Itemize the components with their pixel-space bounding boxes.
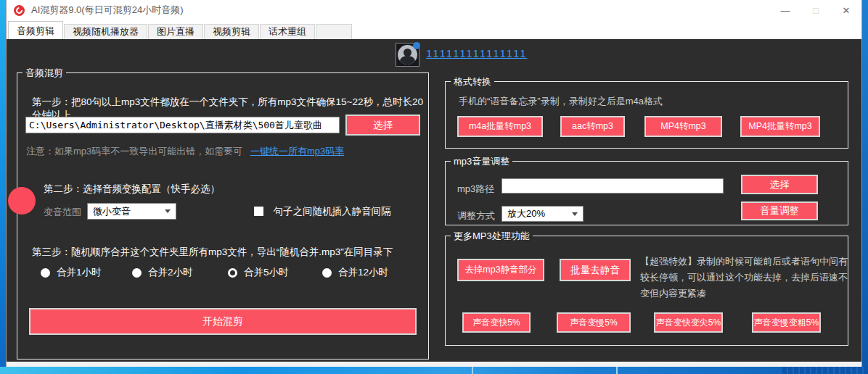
volume-adjust-group-title: mp3音量调整 — [451, 155, 512, 168]
more-mp3-group: 更多MP3处理功能 去掉mp3静音部分 批量去静音 【超强特效】录制的时候可能前… — [445, 236, 848, 346]
format-hint: 手机的“语音备忘录”录制，录制好之后是m4a格式 — [459, 95, 663, 108]
desktop-edge-left — [0, 0, 6, 374]
tab-stub — [316, 24, 352, 39]
account-link[interactable]: 111111111111111 — [426, 47, 528, 59]
tab-image-live[interactable]: 图片直播 — [148, 24, 203, 39]
merge-1h-option[interactable]: 合并1小时 — [41, 266, 102, 279]
merge-2h-option[interactable]: 合并2小时 — [132, 266, 193, 279]
merge-5h-radio[interactable] — [228, 268, 237, 278]
adjust-method-label: 调整方式 — [457, 209, 495, 223]
desktop-window-edge — [472, 367, 473, 374]
mp3-path-input[interactable] — [501, 178, 724, 194]
audio-mix-group: 音频混剪 第一步：把80句以上mp3文件都放在一个文件夹下，所有mp3文件确保1… — [17, 72, 429, 360]
titlebar[interactable]: AI混剪器9.0(每日可混剪24小时音频) — □ ✕ — [7, 0, 861, 20]
adjust-method-select[interactable]: 放大20% — [501, 206, 584, 222]
close-button[interactable]: ✕ — [831, 0, 861, 20]
merge-1h-radio[interactable] — [41, 268, 50, 278]
super-effect-tip: 【超强特效】录制的时候可能前后或者语句中间有较长停顿，可以通过这个功能去掉，去掉… — [640, 254, 848, 302]
tab-script-remix[interactable]: 话术重组 — [260, 24, 315, 39]
content-area: 111111111111111 音频混剪 第一步：把80句以上mp3文件都放在一… — [7, 39, 861, 362]
start-mix-button[interactable]: 开始混剪 — [29, 308, 417, 335]
merge-2h-radio[interactable] — [132, 268, 142, 278]
merge-5h-label: 合并5小时 — [244, 266, 289, 279]
step2-instruction: 第二步：选择音频变换配置（快手必选） — [44, 183, 220, 196]
merge-2h-label: 合并2小时 — [148, 266, 193, 279]
more-mp3-group-title: 更多MP3处理功能 — [451, 230, 533, 243]
window-bottom-border — [7, 362, 861, 367]
mp3-path-label: mp3路径 — [457, 183, 494, 196]
bitrate-note: 注意：如果mp3码率不一致导出可能出错，如需要可 一键统一所有mp3码率 — [26, 145, 344, 158]
desktop-window-stripes — [782, 367, 868, 374]
app-window: AI混剪器9.0(每日可混剪24小时音频) — □ ✕ 音频剪辑 视频随机播放器… — [6, 0, 862, 367]
merge-12h-radio[interactable] — [322, 268, 332, 278]
select-folder-button[interactable]: 选择 — [345, 115, 420, 136]
window-controls: — □ ✕ — [770, 0, 861, 20]
speed-up-sharp-5-button[interactable]: 声音变快变尖5% — [654, 312, 723, 333]
adjust-method-value: 放大20% — [507, 207, 545, 220]
speed-up-5-button[interactable]: 声音变快5% — [462, 312, 531, 333]
voice-range-label: 变音范围 — [44, 206, 81, 219]
silence-gap-checkbox[interactable] — [254, 207, 263, 216]
merge-1h-label: 合并1小时 — [57, 266, 102, 279]
maximize-button[interactable]: □ — [801, 0, 831, 20]
unify-bitrate-link[interactable]: 一键统一所有mp3码率 — [250, 146, 344, 157]
tab-video-random-player[interactable]: 视频随机播放器 — [64, 24, 147, 39]
aac-to-mp3-button[interactable]: aac转mp3 — [560, 116, 625, 137]
voice-range-select[interactable]: 微小变音 — [87, 203, 176, 220]
avatar-badge-icon — [413, 42, 420, 49]
m4a-batch-to-mp3-button[interactable]: m4a批量转mp3 — [457, 116, 543, 137]
bitrate-note-text: 注意：如果mp3码率不一致导出可能出错，如需要可 — [26, 146, 242, 157]
remove-silence-button[interactable]: 去掉mp3静音部分 — [457, 259, 544, 281]
tab-audio-edit[interactable]: 音频剪辑 — [8, 21, 63, 39]
desktop-edge-right — [862, 0, 868, 374]
slow-down-deep-5-button[interactable]: 声音变慢变粗5% — [752, 312, 821, 333]
volume-select-button[interactable]: 选择 — [741, 175, 818, 194]
chevron-down-icon — [165, 209, 171, 213]
merge-12h-label: 合并12小时 — [338, 266, 388, 279]
avatar-body — [400, 56, 415, 65]
batch-remove-silence-button[interactable]: 批量去静音 — [560, 259, 631, 281]
voice-range-value: 微小变音 — [93, 205, 131, 218]
tab-video-edit[interactable]: 视频剪辑 — [204, 24, 259, 39]
format-convert-group: 格式转换 手机的“语音备忘录”录制，录制好之后是m4a格式 m4a批量转mp3 … — [445, 81, 848, 149]
desktop-taskbar-strip — [0, 367, 868, 374]
chevron-down-icon — [572, 212, 578, 216]
avatar[interactable] — [396, 43, 419, 67]
volume-adjust-button[interactable]: 音量调整 — [741, 201, 818, 220]
step3-instruction: 第三步：随机顺序合并这个文件夹里所有mp3文件，导出“随机合并.mp3”在同目录… — [32, 246, 424, 259]
desktop: AI混剪器9.0(每日可混剪24小时音频) — □ ✕ 音频剪辑 视频随机播放器… — [0, 0, 868, 374]
tab-bar: 音频剪辑 视频随机播放器 图片直播 视频剪辑 话术重组 — [7, 20, 861, 39]
silence-gap-option[interactable]: 句子之间随机插入静音间隔 — [254, 204, 390, 218]
record-indicator-circle — [8, 187, 36, 215]
folder-path-input[interactable] — [25, 117, 340, 133]
audio-mix-group-title: 音频混剪 — [22, 67, 66, 80]
slow-down-5-button[interactable]: 声音变慢5% — [557, 312, 631, 333]
merge-12h-option[interactable]: 合并12小时 — [322, 266, 388, 279]
window-title: AI混剪器9.0(每日可混剪24小时音频) — [31, 4, 183, 17]
desktop-window-edge — [616, 367, 618, 374]
merge-5h-option[interactable]: 合并5小时 — [228, 266, 289, 279]
app-logo-icon — [14, 5, 25, 16]
silence-gap-label: 句子之间随机插入静音间隔 — [273, 206, 390, 217]
minimize-button[interactable]: — — [770, 0, 801, 20]
mp4-batch-to-mp3-button[interactable]: MP4批量转mp3 — [740, 116, 820, 137]
format-convert-group-title: 格式转换 — [451, 75, 494, 88]
volume-adjust-group: mp3音量调整 mp3路径 选择 调整方式 放大20% 音量调整 — [445, 161, 848, 225]
mp4-to-mp3-button[interactable]: MP4转mp3 — [644, 116, 722, 137]
